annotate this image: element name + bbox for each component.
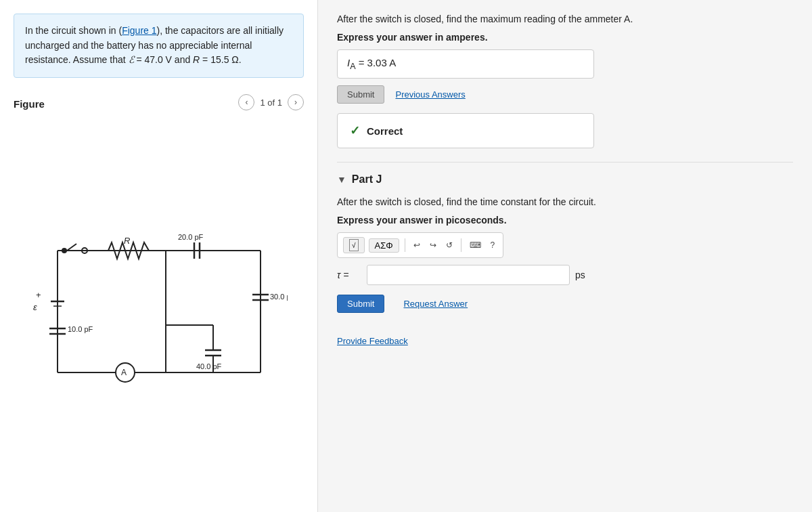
submit-button-i[interactable]: Submit: [337, 85, 384, 104]
tau-input[interactable]: [367, 265, 570, 285]
greek-toolbar-btn[interactable]: ΑΣΦ: [369, 238, 399, 253]
svg-text:30.0 pF: 30.0 pF: [270, 293, 288, 301]
toolbar-separator-2: [461, 238, 461, 252]
toolbar-separator-1: [405, 238, 405, 252]
problem-description: In the circuit shown in (Figure 1), the …: [14, 14, 304, 78]
matrix-bracket-icon: √: [349, 239, 359, 251]
svg-text:+: +: [36, 290, 41, 300]
submit-button-j[interactable]: Submit: [337, 295, 384, 313]
answer-value: = 3.03 A: [359, 57, 396, 68]
correct-box: ✓ Correct: [337, 113, 594, 148]
undo-icon[interactable]: ↩: [411, 239, 423, 251]
svg-text:20.0 pF: 20.0 pF: [178, 233, 204, 241]
svg-point-4: [62, 248, 67, 253]
top-question: After the switch is closed, find the max…: [337, 12, 793, 26]
math-toolbar: √ ΑΣΦ ↩ ↪ ↺ ⌨ ?: [337, 232, 503, 258]
correct-label: Correct: [367, 125, 403, 137]
part-j-arrow-icon: ▼: [337, 174, 346, 185]
figure-prev-button[interactable]: ‹: [238, 94, 254, 110]
express-amperes-label: Express your answer in amperes.: [337, 32, 793, 43]
svg-line-5: [67, 244, 76, 251]
part-j-header: ▼ Part J: [337, 173, 793, 186]
svg-text:40.0 pF: 40.0 pF: [196, 362, 222, 370]
section-divider: [337, 162, 793, 163]
circuit-diagram: + ε R 20.0 pF 10.0 pF: [14, 124, 304, 498]
right-panel: After the switch is closed, find the max…: [318, 0, 812, 512]
ps-unit-label: ps: [575, 270, 585, 280]
figure-page: 1 of 1: [260, 98, 282, 108]
part-j-answer-row: τ = ps: [337, 265, 793, 285]
problem-text: In the circuit shown in (Figure 1), the …: [25, 25, 284, 65]
svg-text:10.0 pF: 10.0 pF: [68, 325, 93, 333]
figure-nav: ‹ 1 of 1 ›: [238, 94, 304, 110]
part-j-title: Part J: [352, 173, 382, 186]
provide-feedback-link[interactable]: Provide Feedback: [337, 336, 408, 346]
part-j-submit-row: Submit Request Answer: [337, 295, 793, 313]
figure-label: Figure: [14, 98, 45, 110]
svg-text:ε: ε: [33, 302, 37, 312]
figure-link[interactable]: Figure 1: [122, 25, 156, 36]
part-j-question: After the switch is closed, find the tim…: [337, 195, 793, 209]
figure-next-button[interactable]: ›: [288, 94, 304, 110]
answer-display-box: IA = 3.03 A: [337, 49, 594, 79]
express-picoseconds-label: Express your answer in picoseconds.: [337, 215, 793, 226]
checkmark-icon: ✓: [350, 123, 360, 138]
part-i-submit-row: Submit Previous Answers: [337, 85, 793, 104]
previous-answers-link[interactable]: Previous Answers: [395, 89, 465, 100]
refresh-icon[interactable]: ↺: [443, 239, 455, 251]
help-icon[interactable]: ?: [488, 239, 498, 251]
matrix-icon[interactable]: √: [343, 237, 365, 253]
answer-variable: IA: [347, 57, 356, 68]
tau-label: τ =: [337, 270, 361, 280]
svg-text:A: A: [121, 368, 127, 377]
redo-icon[interactable]: ↪: [427, 239, 439, 251]
left-panel: In the circuit shown in (Figure 1), the …: [0, 0, 318, 512]
keyboard-icon[interactable]: ⌨: [467, 239, 484, 251]
svg-text:R: R: [124, 236, 130, 246]
request-answer-link[interactable]: Request Answer: [403, 299, 468, 309]
